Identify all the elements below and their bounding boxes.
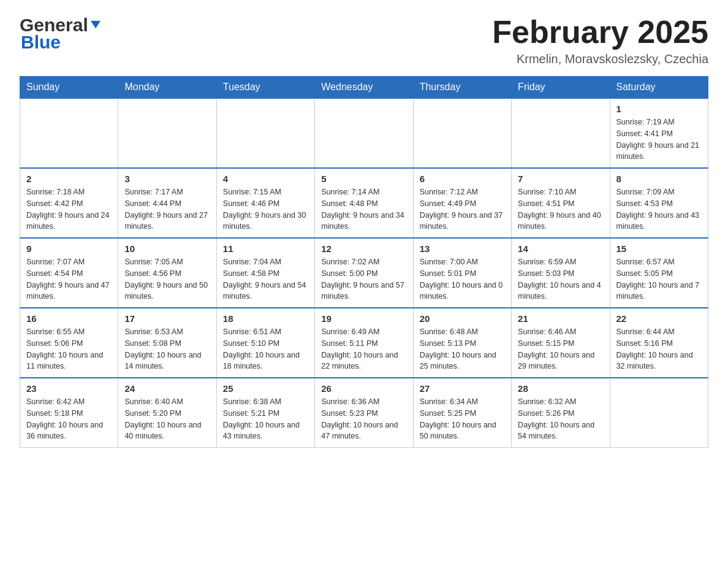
calendar-cell: 18Sunrise: 6:51 AMSunset: 5:10 PMDayligh… [216,308,314,378]
day-number: 15 [616,243,702,254]
week-row-5: 23Sunrise: 6:42 AMSunset: 5:18 PMDayligh… [20,378,708,448]
calendar-cell: 8Sunrise: 7:09 AMSunset: 4:53 PMDaylight… [610,168,708,238]
calendar-cell: 27Sunrise: 6:34 AMSunset: 5:25 PMDayligh… [413,378,511,448]
day-number: 23 [26,383,112,394]
day-info: Sunrise: 7:02 AMSunset: 5:00 PMDaylight:… [321,256,406,302]
calendar-cell [216,98,314,168]
day-info: Sunrise: 7:18 AMSunset: 4:42 PMDaylight:… [26,186,112,232]
day-number: 1 [616,104,702,114]
day-info: Sunrise: 6:55 AMSunset: 5:06 PMDaylight:… [26,326,112,372]
calendar-cell: 11Sunrise: 7:04 AMSunset: 4:58 PMDayligh… [216,238,314,308]
calendar-cell: 28Sunrise: 6:32 AMSunset: 5:26 PMDayligh… [512,378,610,448]
day-info: Sunrise: 6:48 AMSunset: 5:13 PMDaylight:… [420,326,505,372]
day-number: 28 [518,383,603,394]
day-number: 17 [124,313,210,324]
day-number: 8 [616,174,702,184]
day-number: 9 [26,243,112,254]
day-info: Sunrise: 7:19 AMSunset: 4:41 PMDaylight:… [616,117,702,163]
calendar-cell: 12Sunrise: 7:02 AMSunset: 5:00 PMDayligh… [315,238,413,308]
day-number: 12 [321,243,406,254]
day-info: Sunrise: 6:59 AMSunset: 5:03 PMDaylight:… [518,256,603,302]
day-info: Sunrise: 6:44 AMSunset: 5:16 PMDaylight:… [616,326,702,372]
day-info: Sunrise: 6:34 AMSunset: 5:25 PMDaylight:… [420,396,505,442]
day-number: 27 [420,383,505,394]
day-number: 14 [518,243,603,254]
calendar-cell: 7Sunrise: 7:10 AMSunset: 4:51 PMDaylight… [512,168,610,238]
week-row-3: 9Sunrise: 7:07 AMSunset: 4:54 PMDaylight… [20,238,708,308]
calendar-cell [610,378,708,448]
calendar-cell [413,98,511,168]
day-info: Sunrise: 7:10 AMSunset: 4:51 PMDaylight:… [518,186,603,232]
day-info: Sunrise: 7:14 AMSunset: 4:48 PMDaylight:… [321,186,406,232]
calendar-cell: 1Sunrise: 7:19 AMSunset: 4:41 PMDaylight… [610,98,708,168]
day-info: Sunrise: 6:42 AMSunset: 5:18 PMDaylight:… [26,396,112,442]
day-number: 24 [124,383,210,394]
day-info: Sunrise: 7:04 AMSunset: 4:58 PMDaylight:… [223,256,308,302]
calendar-cell: 14Sunrise: 6:59 AMSunset: 5:03 PMDayligh… [512,238,610,308]
day-number: 5 [321,174,406,184]
calendar-cell: 13Sunrise: 7:00 AMSunset: 5:01 PMDayligh… [413,238,511,308]
day-info: Sunrise: 6:51 AMSunset: 5:10 PMDaylight:… [223,326,308,372]
day-info: Sunrise: 7:15 AMSunset: 4:46 PMDaylight:… [223,186,308,232]
day-info: Sunrise: 7:05 AMSunset: 4:56 PMDaylight:… [124,256,210,302]
day-info: Sunrise: 6:53 AMSunset: 5:08 PMDaylight:… [124,326,210,372]
calendar-cell: 26Sunrise: 6:36 AMSunset: 5:23 PMDayligh… [315,378,413,448]
month-title: February 2025 [492,15,708,50]
title-block: February 2025 Krmelin, Moravskoslezsky, … [492,15,708,66]
day-info: Sunrise: 7:17 AMSunset: 4:44 PMDaylight:… [124,186,210,232]
day-number: 22 [616,313,702,324]
week-row-4: 16Sunrise: 6:55 AMSunset: 5:06 PMDayligh… [20,308,708,378]
day-number: 26 [321,383,406,394]
day-number: 11 [223,243,308,254]
day-info: Sunrise: 7:09 AMSunset: 4:53 PMDaylight:… [616,186,702,232]
day-info: Sunrise: 7:12 AMSunset: 4:49 PMDaylight:… [420,186,505,232]
day-number: 19 [321,313,406,324]
page-header: General Blue February 2025 Krmelin, Mora… [20,15,708,66]
logo: General Blue [20,15,102,53]
week-row-1: 1Sunrise: 7:19 AMSunset: 4:41 PMDaylight… [20,98,708,168]
day-info: Sunrise: 7:00 AMSunset: 5:01 PMDaylight:… [420,256,505,302]
calendar-cell: 25Sunrise: 6:38 AMSunset: 5:21 PMDayligh… [216,378,314,448]
calendar-cell: 20Sunrise: 6:48 AMSunset: 5:13 PMDayligh… [413,308,511,378]
col-tuesday: Tuesday [216,77,314,99]
calendar-cell [512,98,610,168]
calendar-cell: 21Sunrise: 6:46 AMSunset: 5:15 PMDayligh… [512,308,610,378]
calendar-cell: 5Sunrise: 7:14 AMSunset: 4:48 PMDaylight… [315,168,413,238]
day-number: 18 [223,313,308,324]
calendar-cell: 16Sunrise: 6:55 AMSunset: 5:06 PMDayligh… [20,308,118,378]
col-thursday: Thursday [413,77,511,99]
calendar-cell: 17Sunrise: 6:53 AMSunset: 5:08 PMDayligh… [118,308,216,378]
calendar-cell: 2Sunrise: 7:18 AMSunset: 4:42 PMDaylight… [20,168,118,238]
calendar-cell: 22Sunrise: 6:44 AMSunset: 5:16 PMDayligh… [610,308,708,378]
calendar-cell: 10Sunrise: 7:05 AMSunset: 4:56 PMDayligh… [118,238,216,308]
calendar-cell: 3Sunrise: 7:17 AMSunset: 4:44 PMDaylight… [118,168,216,238]
week-row-2: 2Sunrise: 7:18 AMSunset: 4:42 PMDaylight… [20,168,708,238]
day-info: Sunrise: 7:07 AMSunset: 4:54 PMDaylight:… [26,256,112,302]
calendar-table: Sunday Monday Tuesday Wednesday Thursday… [20,76,708,448]
day-number: 16 [26,313,112,324]
calendar-cell [118,98,216,168]
col-wednesday: Wednesday [315,77,413,99]
col-friday: Friday [512,77,610,99]
day-number: 4 [223,174,308,184]
calendar-cell: 6Sunrise: 7:12 AMSunset: 4:49 PMDaylight… [413,168,511,238]
day-info: Sunrise: 6:38 AMSunset: 5:21 PMDaylight:… [223,396,308,442]
day-info: Sunrise: 6:40 AMSunset: 5:20 PMDaylight:… [124,396,210,442]
calendar-header-row: Sunday Monday Tuesday Wednesday Thursday… [20,77,708,99]
day-info: Sunrise: 6:46 AMSunset: 5:15 PMDaylight:… [518,326,603,372]
day-info: Sunrise: 6:57 AMSunset: 5:05 PMDaylight:… [616,256,702,302]
location-text: Krmelin, Moravskoslezsky, Czechia [492,52,708,66]
col-monday: Monday [118,77,216,99]
day-info: Sunrise: 6:36 AMSunset: 5:23 PMDaylight:… [321,396,406,442]
day-number: 13 [420,243,505,254]
calendar-cell: 19Sunrise: 6:49 AMSunset: 5:11 PMDayligh… [315,308,413,378]
day-number: 25 [223,383,308,394]
calendar-cell: 4Sunrise: 7:15 AMSunset: 4:46 PMDaylight… [216,168,314,238]
day-number: 7 [518,174,603,184]
day-info: Sunrise: 6:49 AMSunset: 5:11 PMDaylight:… [321,326,406,372]
col-sunday: Sunday [20,77,118,99]
col-saturday: Saturday [610,77,708,99]
day-number: 21 [518,313,603,324]
day-number: 10 [124,243,210,254]
day-number: 20 [420,313,505,324]
